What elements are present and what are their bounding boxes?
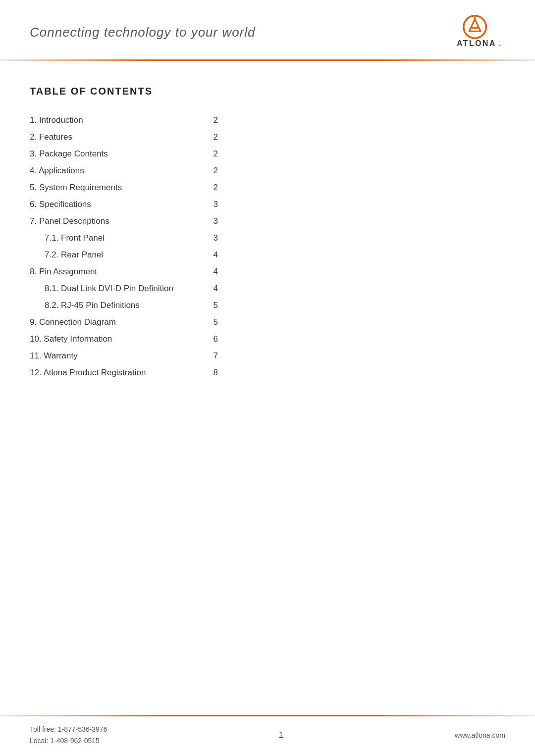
svg-text:ATLONA: ATLONA (457, 39, 496, 48)
toc-page-warranty: 7 (208, 351, 218, 361)
svg-text:.: . (498, 39, 500, 48)
footer-page-number: 1 (279, 731, 283, 740)
toc-entry-specs: 6. Specifications 3 (30, 196, 218, 213)
toc-label-intro: 1. Introduction (30, 115, 208, 125)
toc-label-specs: 6. Specifications (30, 200, 208, 209)
toc-entry-front: 7.1. Front Panel 3 (30, 230, 218, 247)
toc-entry-registration: 12. Atlona Product Registration 8 (30, 364, 218, 381)
toc-label-features: 2. Features (30, 132, 208, 142)
toc-label-front: 7.1. Front Panel (45, 233, 208, 243)
toc-label-safety: 10. Safety Information (30, 334, 208, 344)
toc-entry-safety: 10. Safety Information 6 (30, 331, 218, 348)
footer-divider (0, 715, 535, 716)
toc-entry-rj45: 8.2. RJ-45 Pin Definitions 5 (30, 297, 218, 314)
toc-page-specs: 3 (208, 200, 218, 209)
toc-label-panel: 7. Panel Descriptions (30, 216, 208, 226)
toc-label-registration: 12. Atlona Product Registration (30, 368, 208, 378)
footer-website: www.atlona.com (455, 731, 505, 739)
toc-entry-dvi: 8.1. Dual Link DVI-D Pin Definition 4 (30, 280, 218, 297)
toc-page-features: 2 (208, 132, 218, 142)
toc-page-front: 3 (208, 233, 218, 243)
toc-title: TABLE OF CONTENTS (30, 86, 505, 97)
toc-page-sysreq: 2 (208, 183, 218, 193)
toc-entry-sysreq: 5. System Requirements 2 (30, 179, 218, 196)
toc-entry-intro: 1. Introduction 2 (30, 112, 218, 129)
toc-entry-conndiag: 9. Connection Diagram 5 (30, 314, 218, 331)
main-content: TABLE OF CONTENTS 1. Introduction 2 2. F… (0, 61, 535, 421)
toc-entry-rear: 7.2. Rear Panel 4 (30, 247, 218, 263)
toc-page-rj45: 5 (208, 301, 218, 310)
toc-label-dvi: 8.1. Dual Link DVI-D Pin Definition (45, 284, 208, 294)
toc-page-panel: 3 (208, 216, 218, 226)
header-tagline: Connecting technology to your world (30, 25, 256, 40)
toc-label-warranty: 11. Warranty (30, 351, 208, 361)
footer-tollfree: Toll free: 1-877-536-3976 (30, 724, 107, 735)
toc-entry-pin: 8. Pin Assignment 4 (30, 263, 218, 280)
toc-page-rear: 4 (208, 250, 218, 260)
header: Connecting technology to your world ATLO… (0, 0, 535, 59)
toc-entry-panel: 7. Panel Descriptions 3 (30, 213, 218, 230)
atlona-logo: ATLONA . (456, 15, 505, 50)
toc-page-dvi: 4 (208, 284, 218, 294)
toc-label-rear: 7.2. Rear Panel (45, 250, 208, 260)
toc-entry-warranty: 11. Warranty 7 (30, 348, 218, 364)
toc-page-intro: 2 (208, 115, 218, 125)
toc-entry-package: 3. Package Contents 2 (30, 146, 218, 162)
toc-page-package: 2 (208, 149, 218, 159)
footer-local: Local: 1-408-962-0515 (30, 735, 107, 746)
toc-page-apps: 2 (208, 166, 218, 176)
toc-entry-features: 2. Features 2 (30, 129, 218, 146)
toc-page-conndiag: 5 (208, 317, 218, 327)
toc-label-conndiag: 9. Connection Diagram (30, 317, 208, 327)
toc-label-apps: 4. Applications (30, 166, 208, 176)
footer-contact: Toll free: 1-877-536-3976 Local: 1-408-9… (30, 724, 107, 746)
toc-label-rj45: 8.2. RJ-45 Pin Definitions (45, 301, 208, 310)
toc-table: 1. Introduction 2 2. Features 2 3. Packa… (30, 112, 218, 381)
toc-label-pin: 8. Pin Assignment (30, 267, 208, 277)
toc-label-package: 3. Package Contents (30, 149, 208, 159)
toc-label-sysreq: 5. System Requirements (30, 183, 208, 193)
toc-page-registration: 8 (208, 368, 218, 378)
footer: Toll free: 1-877-536-3976 Local: 1-408-9… (0, 724, 535, 746)
toc-entry-apps: 4. Applications 2 (30, 162, 218, 179)
toc-page-safety: 6 (208, 334, 218, 344)
toc-page-pin: 4 (208, 267, 218, 277)
